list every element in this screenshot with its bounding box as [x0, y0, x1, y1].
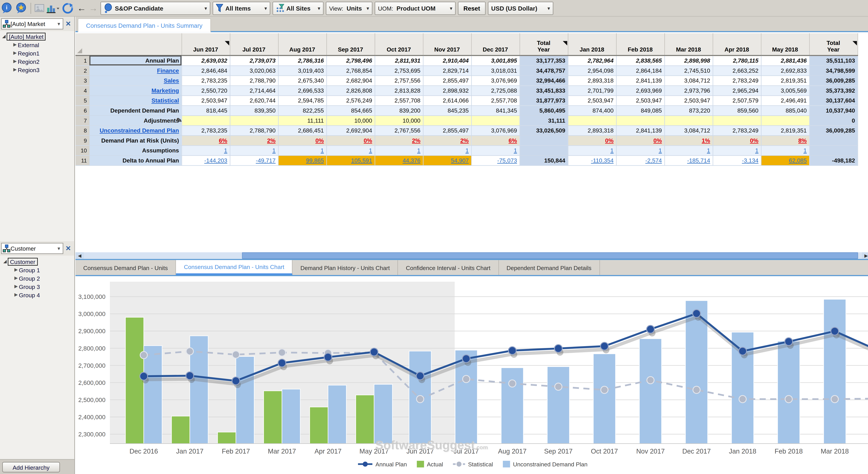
cell-total-year[interactable]: 33,026,509: [519, 125, 568, 135]
cell-sep-2017[interactable]: 0%: [327, 135, 375, 145]
cell-sep-2017[interactable]: 2,692,904: [327, 125, 375, 135]
cell-jun-2017[interactable]: 6%: [181, 135, 230, 145]
cell-aug-2017[interactable]: 1: [278, 145, 327, 156]
cell-apr-2018[interactable]: 2,783,249: [713, 125, 761, 135]
cell-apr-2018[interactable]: 1: [713, 145, 761, 156]
image-export-icon[interactable]: [34, 2, 44, 14]
cell-may-2018[interactable]: 2,692,833: [761, 65, 809, 75]
cell-feb-2018[interactable]: 1: [616, 145, 664, 156]
cell-sep-2017[interactable]: 2,768,854: [327, 65, 375, 75]
row-number[interactable]: 6: [75, 105, 89, 115]
column-header-total-year[interactable]: TotalYear: [809, 33, 858, 56]
cell-apr-2018[interactable]: -3,134: [713, 155, 761, 165]
column-header-aug-2017[interactable]: Aug 2017: [278, 33, 327, 56]
cell-aug-2017[interactable]: 2,675,340: [278, 75, 327, 86]
customer-item-group-4[interactable]: ▶Group 4: [13, 291, 74, 299]
cell-nov-2017[interactable]: 2%: [423, 135, 471, 145]
reset-button[interactable]: Reset: [458, 1, 486, 15]
cell-sep-2017[interactable]: 10,000: [327, 115, 375, 125]
uom-dropdown[interactable]: UOM: Product UOM ▾: [375, 1, 456, 15]
cell-total-year[interactable]: 30,137,604: [809, 95, 858, 105]
cell-feb-2018[interactable]: -2,574: [616, 155, 664, 165]
market-item-region2[interactable]: ▶Region2: [12, 57, 74, 65]
cell-mar-2018[interactable]: 1%: [664, 135, 713, 145]
cell-aug-2017[interactable]: 11,111: [278, 115, 327, 125]
row-label[interactable]: Demand Plan at Risk (Units): [89, 135, 182, 145]
cell-mar-2018[interactable]: [664, 115, 713, 125]
row-label[interactable]: Unconstrained Demand Plan: [89, 125, 182, 135]
market-root[interactable]: ◢[Auto] Market: [1, 32, 74, 40]
scrollbar-thumb[interactable]: [242, 252, 858, 259]
customer-item-group-3[interactable]: ▶Group 3: [13, 282, 74, 291]
cell-jul-2017[interactable]: 2,620,744: [230, 95, 278, 105]
cell-jul-2017[interactable]: [230, 115, 278, 125]
cell-total-year[interactable]: 35,373,392: [809, 85, 858, 95]
cell-oct-2017[interactable]: 2,557,708: [375, 95, 423, 105]
cell-total-year[interactable]: [519, 135, 568, 145]
cell-nov-2017[interactable]: 2,614,066: [423, 95, 471, 105]
cell-may-2018[interactable]: 885,040: [761, 105, 809, 115]
cell-jul-2017[interactable]: 2,714,464: [230, 85, 278, 95]
cell-total-year[interactable]: 34,478,757: [519, 65, 568, 75]
cell-mar-2018[interactable]: 1: [664, 145, 713, 156]
cell-aug-2017[interactable]: 822,255: [278, 105, 327, 115]
collapsed-triangle-icon[interactable]: ▶: [13, 292, 19, 297]
row-number[interactable]: 10: [75, 145, 89, 156]
cell-feb-2018[interactable]: 2,838,565: [616, 56, 664, 66]
column-header-jul-2017[interactable]: Jul 2017: [230, 33, 278, 56]
cell-total-year[interactable]: 33,451,833: [519, 85, 568, 95]
cell-total-year[interactable]: 150,844: [519, 155, 568, 165]
market-item-region1[interactable]: ▶Region1: [12, 49, 74, 57]
cell-jan-2018[interactable]: 2,782,964: [568, 56, 616, 66]
collapsed-triangle-icon[interactable]: ▶: [12, 59, 18, 64]
cell-dec-2017[interactable]: 6%: [471, 135, 519, 145]
cell-jan-2018[interactable]: 1: [568, 145, 616, 156]
cell-feb-2018[interactable]: 0%: [616, 135, 664, 145]
collapsed-triangle-icon[interactable]: ▶: [13, 276, 19, 281]
cell-may-2018[interactable]: 2,496,491: [761, 95, 809, 105]
cell-total-year[interactable]: 0: [809, 115, 858, 125]
cell-dec-2017[interactable]: [471, 115, 519, 125]
column-header-total-year[interactable]: TotalYear: [519, 33, 568, 56]
cell-oct-2017[interactable]: 2%: [375, 135, 423, 145]
row-label[interactable]: Adjustments✎: [89, 115, 182, 125]
cell-feb-2018[interactable]: 2,864,184: [616, 65, 664, 75]
cell-dec-2017[interactable]: 3,076,969: [471, 75, 519, 86]
cell-jun-2017[interactable]: 2,550,720: [181, 85, 230, 95]
cell-may-2018[interactable]: 1: [761, 145, 809, 156]
row-label[interactable]: Annual Plan: [89, 56, 182, 66]
grid-corner-header[interactable]: [75, 33, 182, 56]
horizontal-scrollbar[interactable]: ◀ ▶: [75, 252, 868, 260]
cell-feb-2018[interactable]: 849,085: [616, 105, 664, 115]
cell-may-2018[interactable]: 8%: [761, 135, 809, 145]
cell-oct-2017[interactable]: 1: [375, 145, 423, 156]
cell-jul-2017[interactable]: 2,788,790: [230, 125, 278, 135]
expanded-triangle-icon[interactable]: ◢: [1, 34, 7, 39]
column-header-jun-2017[interactable]: Jun 2017: [181, 33, 230, 56]
select-all-triangle-icon[interactable]: [77, 48, 82, 53]
row-label[interactable]: Sales: [89, 75, 182, 86]
column-header-may-2018[interactable]: May 2018: [761, 33, 809, 56]
cell-dec-2017[interactable]: 841,345: [471, 105, 519, 115]
row-label[interactable]: Statistical: [89, 95, 182, 105]
cell-may-2018[interactable]: 62,085: [761, 155, 809, 165]
cell-total-year[interactable]: [809, 145, 858, 156]
market-item-region3[interactable]: ▶Region3: [12, 65, 74, 74]
column-header-apr-2018[interactable]: Apr 2018: [713, 33, 761, 56]
cell-may-2018[interactable]: 2,819,351: [761, 75, 809, 86]
cell-sep-2017[interactable]: 2,798,496: [327, 56, 375, 66]
cell-nov-2017[interactable]: 1: [423, 145, 471, 156]
cell-sep-2017[interactable]: 2,826,808: [327, 85, 375, 95]
cell-jun-2017[interactable]: [181, 115, 230, 125]
row-number[interactable]: 9: [75, 135, 89, 145]
candidate-dropdown[interactable]: S&OP Candidate ▾: [100, 1, 210, 15]
cell-aug-2017[interactable]: 2,686,451: [278, 125, 327, 135]
cell-mar-2018[interactable]: 2,503,947: [664, 95, 713, 105]
cell-apr-2018[interactable]: 2,783,249: [713, 75, 761, 86]
cell-jun-2017[interactable]: -144,203: [181, 155, 230, 165]
column-header-sep-2017[interactable]: Sep 2017: [327, 33, 375, 56]
cell-may-2018[interactable]: 2,819,351: [761, 125, 809, 135]
cell-nov-2017[interactable]: 2,829,714: [423, 65, 471, 75]
row-label[interactable]: Assumptions: [89, 145, 182, 156]
customer-item-group-2[interactable]: ▶Group 2: [13, 274, 74, 282]
